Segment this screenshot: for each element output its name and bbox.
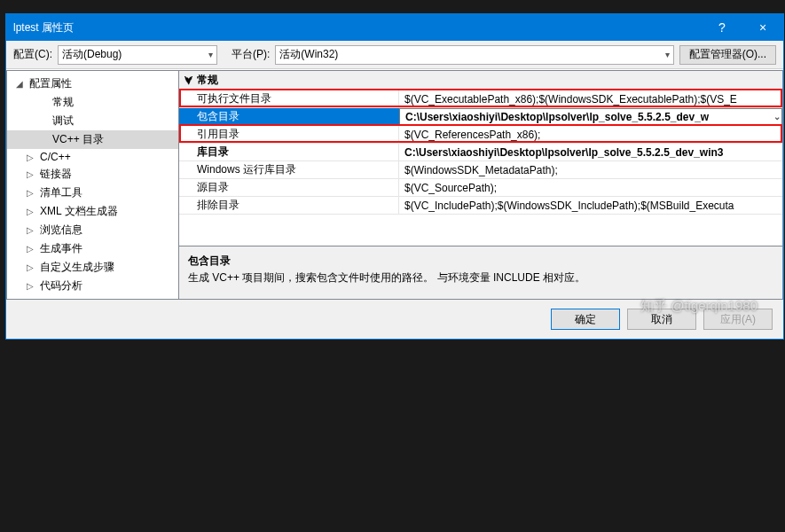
apply-button[interactable]: 应用(A) bbox=[703, 309, 773, 330]
tree-item[interactable]: 常规 bbox=[7, 93, 178, 112]
dropdown-icon[interactable]: ⌄ bbox=[773, 112, 781, 121]
property-row[interactable]: 库目录C:\Users\xiaoshiyi\Desktop\lpsolver\l… bbox=[179, 144, 782, 161]
tree-item-label: C/C++ bbox=[40, 151, 71, 163]
tree-item-label: XML 文档生成器 bbox=[40, 204, 118, 219]
tree-item-label: 调试 bbox=[52, 113, 74, 129]
window-title: lptest 属性页 bbox=[13, 20, 702, 35]
property-row[interactable]: 源目录$(VC_SourcePath); bbox=[179, 179, 782, 197]
tree-item[interactable]: ▷代码分析 bbox=[7, 277, 178, 295]
property-value[interactable]: C:\Users\xiaoshiyi\Desktop\lpsolver\lp_s… bbox=[399, 108, 782, 125]
tree-item-label: 代码分析 bbox=[40, 278, 82, 293]
tree-item[interactable]: ▷C/C++ bbox=[7, 149, 178, 165]
property-name: 源目录 bbox=[179, 179, 399, 196]
expand-icon[interactable]: ▷ bbox=[27, 281, 36, 291]
tree-item[interactable]: ▷浏览信息 bbox=[7, 221, 178, 239]
collapse-icon[interactable]: ◢ bbox=[16, 79, 26, 89]
description-text: 生成 VC++ 项目期间，搜索包含文件时使用的路径。 与环境变量 INCLUDE… bbox=[188, 270, 773, 286]
tree-item-label: 清单工具 bbox=[40, 185, 82, 200]
tree-item-label: 常规 bbox=[52, 95, 74, 110]
platform-label: 平台(P): bbox=[232, 47, 270, 62]
property-value[interactable]: $(VC_SourcePath); bbox=[399, 179, 782, 196]
property-name: 引用目录 bbox=[179, 126, 399, 143]
property-row[interactable]: 引用目录$(VC_ReferencesPath_x86); bbox=[179, 126, 782, 144]
property-value[interactable]: $(VC_ReferencesPath_x86); bbox=[399, 126, 782, 143]
description-title: 包含目录 bbox=[188, 254, 773, 269]
property-name: 排除目录 bbox=[179, 197, 399, 214]
tree-item[interactable]: ▷生成事件 bbox=[7, 239, 178, 258]
tree-item[interactable]: ▷XML 文档生成器 bbox=[7, 202, 178, 221]
expand-icon[interactable]: ▷ bbox=[27, 262, 36, 272]
help-button[interactable]: ? bbox=[702, 14, 742, 41]
property-name: 可执行文件目录 bbox=[179, 90, 399, 107]
property-row[interactable]: Windows 运行库目录$(WindowsSDK_MetadataPath); bbox=[179, 161, 782, 179]
expand-icon[interactable]: ▷ bbox=[27, 169, 36, 179]
tree-item-label: 链接器 bbox=[40, 167, 72, 182]
description-panel: 包含目录 生成 VC++ 项目期间，搜索包含文件时使用的路径。 与环境变量 IN… bbox=[179, 246, 782, 299]
chevron-down-icon: ⮟ bbox=[184, 75, 193, 85]
tree-item[interactable]: ▷自定义生成步骤 bbox=[7, 258, 178, 277]
expand-icon[interactable]: ▷ bbox=[27, 207, 36, 216]
cancel-button[interactable]: 取消 bbox=[627, 309, 696, 330]
tree-root[interactable]: ◢ 配置属性 bbox=[7, 74, 178, 93]
tree-item-label: VC++ 目录 bbox=[52, 132, 104, 147]
tree-item[interactable]: 调试 bbox=[7, 112, 178, 130]
property-value[interactable]: $(WindowsSDK_MetadataPath); bbox=[399, 161, 782, 178]
tree-item-label: 生成事件 bbox=[40, 241, 82, 256]
tree-item-label: 浏览信息 bbox=[40, 223, 82, 238]
expand-icon[interactable]: ▷ bbox=[27, 188, 36, 198]
config-toolbar: 配置(C): 活动(Debug) ▾ 平台(P): 活动(Win32) ▾ 配置… bbox=[6, 41, 783, 69]
close-button[interactable]: × bbox=[742, 14, 783, 41]
tree-item[interactable]: VC++ 目录 bbox=[7, 130, 178, 149]
titlebar: lptest 属性页 ? × bbox=[6, 14, 783, 41]
property-row[interactable]: 排除目录$(VC_IncludePath);$(WindowsSDK_Inclu… bbox=[179, 197, 782, 215]
chevron-down-icon: ▾ bbox=[208, 50, 213, 59]
property-value[interactable]: $(VC_ExecutablePath_x86);$(WindowsSDK_Ex… bbox=[399, 90, 782, 107]
property-panel: ⮟ 常规 可执行文件目录$(VC_ExecutablePath_x86);$(W… bbox=[179, 70, 783, 300]
tree-item[interactable]: ▷链接器 bbox=[7, 165, 178, 184]
config-combo[interactable]: 活动(Debug) ▾ bbox=[58, 45, 217, 65]
config-label: 配置(C): bbox=[13, 47, 52, 62]
property-value[interactable]: $(VC_IncludePath);$(WindowsSDK_IncludePa… bbox=[399, 197, 782, 214]
property-row[interactable]: 可执行文件目录$(VC_ExecutablePath_x86);$(Window… bbox=[179, 90, 782, 108]
chevron-down-icon: ▾ bbox=[665, 50, 670, 59]
expand-icon[interactable]: ▷ bbox=[27, 225, 36, 235]
category-tree[interactable]: ◢ 配置属性 常规调试VC++ 目录▷C/C++▷链接器▷清单工具▷XML 文档… bbox=[6, 70, 179, 300]
grid-group-header[interactable]: ⮟ 常规 bbox=[179, 71, 782, 90]
property-name: 库目录 bbox=[179, 144, 399, 160]
expand-icon[interactable]: ▷ bbox=[27, 153, 36, 162]
property-name: 包含目录 bbox=[179, 108, 399, 125]
property-grid: 可执行文件目录$(VC_ExecutablePath_x86);$(Window… bbox=[179, 90, 782, 215]
property-name: Windows 运行库目录 bbox=[179, 161, 399, 178]
tree-item-label: 自定义生成步骤 bbox=[40, 260, 114, 275]
platform-combo[interactable]: 活动(Win32) ▾ bbox=[275, 45, 673, 65]
ok-button[interactable]: 确定 bbox=[551, 309, 620, 330]
dialog-footer: 确定 取消 应用(A) bbox=[6, 300, 783, 339]
property-pages-dialog: lptest 属性页 ? × 配置(C): 活动(Debug) ▾ 平台(P):… bbox=[5, 13, 784, 340]
config-manager-button[interactable]: 配置管理器(O)... bbox=[679, 45, 776, 65]
tree-item[interactable]: ▷清单工具 bbox=[7, 184, 178, 202]
expand-icon[interactable]: ▷ bbox=[27, 244, 36, 254]
property-value[interactable]: C:\Users\xiaoshiyi\Desktop\lpsolver\lp_s… bbox=[399, 144, 782, 160]
property-row[interactable]: 包含目录C:\Users\xiaoshiyi\Desktop\lpsolver\… bbox=[179, 108, 782, 126]
